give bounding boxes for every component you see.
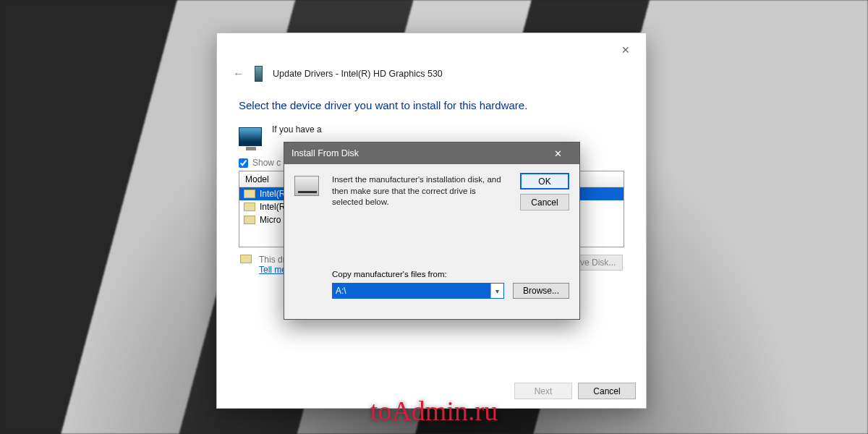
dialog-close-icon[interactable]: ✕ bbox=[543, 148, 572, 159]
wizard-info-text: If you have a bbox=[272, 124, 624, 135]
dialog-titlebar: Install From Disk ✕ bbox=[284, 142, 579, 164]
list-item-label: Intel(R bbox=[260, 202, 285, 212]
copy-from-label: Copy manufacturer's files from: bbox=[332, 270, 447, 278]
card-icon bbox=[244, 216, 255, 224]
card-icon bbox=[244, 190, 255, 198]
show-compatible-label: Show c bbox=[252, 158, 281, 168]
path-combobox[interactable]: ▾ bbox=[332, 283, 504, 299]
disk-icon bbox=[294, 176, 319, 196]
ok-button[interactable]: OK bbox=[520, 173, 569, 190]
show-compatible-checkbox[interactable] bbox=[239, 158, 248, 168]
monitor-icon bbox=[239, 127, 262, 146]
wizard-footer: Next Cancel bbox=[514, 383, 636, 399]
wizard-titlebar: ✕ bbox=[217, 33, 646, 66]
next-button: Next bbox=[514, 383, 572, 399]
list-item-label: Intel(R bbox=[260, 189, 285, 199]
dialog-cancel-button[interactable]: Cancel bbox=[520, 194, 569, 210]
cancel-button[interactable]: Cancel bbox=[578, 383, 636, 399]
watermark: toAdmin.ru bbox=[370, 395, 498, 427]
cert-icon bbox=[240, 255, 252, 263]
wizard-instruction: Select the device driver you want to ins… bbox=[239, 99, 624, 111]
chevron-down-icon[interactable]: ▾ bbox=[490, 284, 503, 298]
back-arrow-icon[interactable]: ← bbox=[233, 67, 244, 80]
path-input[interactable] bbox=[333, 284, 490, 298]
wizard-title: Update Drivers - Intel(R) HD Graphics 53… bbox=[273, 69, 443, 79]
dialog-message: Insert the manufacturer's installation d… bbox=[332, 174, 504, 208]
install-from-disk-dialog: Install From Disk ✕ Insert the manufactu… bbox=[284, 142, 580, 320]
browse-button[interactable]: Browse... bbox=[513, 283, 569, 299]
list-item-label: Micro bbox=[260, 215, 281, 225]
wizard-header: ← Update Drivers - Intel(R) HD Graphics … bbox=[217, 66, 646, 85]
card-icon bbox=[244, 203, 255, 211]
device-icon bbox=[255, 66, 263, 82]
close-icon[interactable]: ✕ bbox=[609, 39, 642, 61]
dialog-title: Install From Disk bbox=[292, 148, 359, 158]
